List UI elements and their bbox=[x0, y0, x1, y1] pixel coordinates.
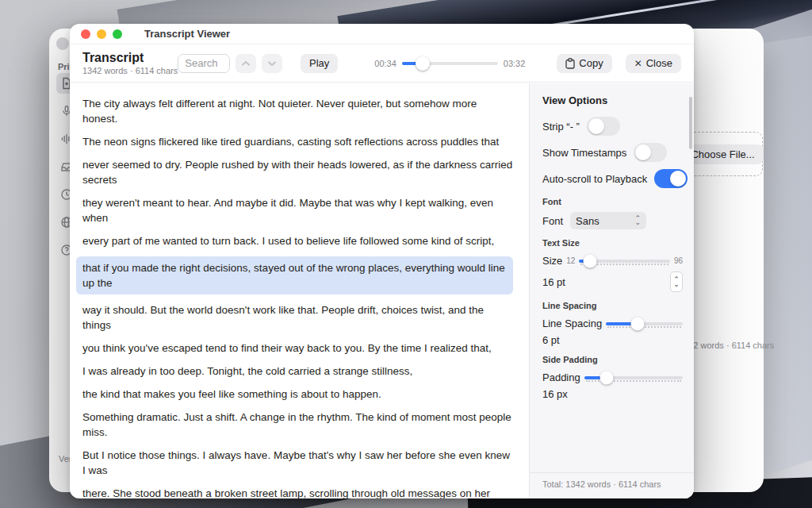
toolbar: Transcript 1342 words · 6114 chars Play … bbox=[70, 44, 694, 83]
side-padding-row: Padding bbox=[542, 370, 683, 384]
desktop-wallpaper: Priv Vers Choo bbox=[0, 0, 812, 508]
traffic-lights bbox=[81, 29, 122, 39]
word-count-subtitle: 1342 words · 6114 chars bbox=[82, 66, 178, 75]
titlebar: Transcript Viewer bbox=[70, 24, 694, 44]
transcript-viewer-window: Transcript Viewer Transcript 1342 words … bbox=[70, 24, 694, 498]
copy-button[interactable]: Copy bbox=[557, 54, 611, 73]
text-size-section-header: Text Size bbox=[542, 238, 683, 248]
transcript-paragraph-highlighted[interactable]: that if you made the right decisions, st… bbox=[76, 256, 513, 294]
choose-file-button[interactable]: Choose File... bbox=[682, 144, 763, 164]
select-chevrons-icon: ⌃⌄ bbox=[634, 217, 641, 225]
search-prev-button[interactable] bbox=[236, 54, 256, 73]
scrollbar-thumb[interactable] bbox=[689, 97, 692, 149]
playback-slider[interactable] bbox=[402, 56, 498, 71]
transcript-paragraph[interactable]: every part of me wanted to turn back. I … bbox=[82, 233, 513, 248]
slider-thumb[interactable] bbox=[416, 56, 430, 71]
slider-thumb[interactable] bbox=[630, 318, 644, 331]
transcript-paragraph[interactable]: never seemed to dry. People rushed by wi… bbox=[82, 157, 513, 187]
page-title: Transcript bbox=[82, 51, 178, 65]
text-size-stepper[interactable]: ⌃⌄ bbox=[670, 271, 683, 292]
search-next-button[interactable] bbox=[262, 54, 282, 73]
autoscroll-row: Auto-scroll to Playback bbox=[542, 169, 683, 188]
line-spacing-section-header: Line Spacing bbox=[542, 301, 683, 310]
totals-footer: Total: 1342 words · 6114 chars bbox=[530, 472, 694, 498]
current-time-label: 00:34 bbox=[374, 59, 396, 68]
show-timestamps-toggle[interactable] bbox=[634, 143, 667, 162]
play-button[interactable]: Play bbox=[301, 54, 338, 73]
transcript-paragraph[interactable]: way it should. But the world doesn't wor… bbox=[82, 302, 513, 333]
minimize-window-button[interactable] bbox=[97, 29, 106, 39]
font-row: Font Sans ⌃⌄ bbox=[542, 212, 683, 229]
window-control-placeholder bbox=[56, 37, 69, 50]
text-size-slider[interactable] bbox=[579, 253, 669, 267]
transcript[interactable]: The city always felt different at night.… bbox=[70, 83, 529, 498]
show-timestamps-row: Show Timestamps bbox=[542, 143, 683, 162]
line-spacing-row: Line Spacing bbox=[542, 316, 683, 330]
zoom-window-button[interactable] bbox=[113, 29, 122, 39]
transcript-paragraph[interactable]: you think you've escaped tend to find th… bbox=[82, 341, 513, 356]
transcript-paragraph[interactable]: But I notice those things. I always have… bbox=[82, 448, 513, 478]
search-input[interactable] bbox=[178, 54, 230, 73]
text-size-value: 16 pt bbox=[542, 276, 565, 288]
file-dropzone[interactable]: Choose File... bbox=[683, 132, 763, 176]
line-spacing-value: 6 pt bbox=[542, 334, 560, 346]
view-options-panel: View Options Strip “- ” Show Timestamps … bbox=[529, 83, 694, 498]
clipboard-icon bbox=[565, 58, 575, 69]
close-button[interactable]: ✕ Close bbox=[626, 54, 681, 73]
text-size-row: Size 12 96 bbox=[542, 253, 683, 267]
line-spacing-slider[interactable] bbox=[606, 316, 683, 330]
panel-title: View Options bbox=[542, 94, 683, 106]
font-section-header: Font bbox=[542, 197, 683, 206]
transcript-paragraph[interactable]: they weren't meant to hear. And maybe it… bbox=[82, 195, 513, 225]
chevron-up-icon bbox=[241, 60, 251, 67]
window-title: Transcript Viewer bbox=[144, 28, 230, 40]
size-max-label: 96 bbox=[674, 256, 683, 265]
close-icon: ✕ bbox=[634, 58, 642, 69]
chevron-down-icon bbox=[267, 60, 277, 67]
transcript-paragraph[interactable]: Something dramatic. Just a shift. A chan… bbox=[82, 410, 513, 440]
strip-dash-row: Strip “- ” bbox=[542, 117, 683, 136]
transcript-paragraph[interactable]: the kind that makes you feel like someth… bbox=[82, 387, 513, 402]
transcript-paragraph[interactable]: I was already in too deep. Tonight, the … bbox=[82, 364, 513, 379]
close-window-button[interactable] bbox=[81, 29, 90, 39]
transcript-paragraph[interactable]: The neon signs flickered like tired guar… bbox=[82, 134, 513, 149]
font-select[interactable]: Sans ⌃⌄ bbox=[570, 212, 646, 229]
side-padding-section-header: Side Padding bbox=[542, 355, 683, 364]
slider-thumb[interactable] bbox=[584, 255, 597, 268]
autoscroll-toggle[interactable] bbox=[654, 169, 688, 188]
side-padding-value: 16 px bbox=[542, 388, 568, 400]
transcript-paragraph[interactable]: The city always felt different at night.… bbox=[82, 96, 513, 126]
size-min-label: 12 bbox=[566, 256, 575, 265]
slider-thumb[interactable] bbox=[600, 371, 614, 385]
strip-dash-toggle[interactable] bbox=[587, 117, 620, 136]
total-time-label: 03:32 bbox=[504, 59, 526, 68]
side-padding-slider[interactable] bbox=[584, 370, 683, 384]
transcript-paragraph[interactable]: there. She stood beneath a broken street… bbox=[82, 486, 513, 498]
